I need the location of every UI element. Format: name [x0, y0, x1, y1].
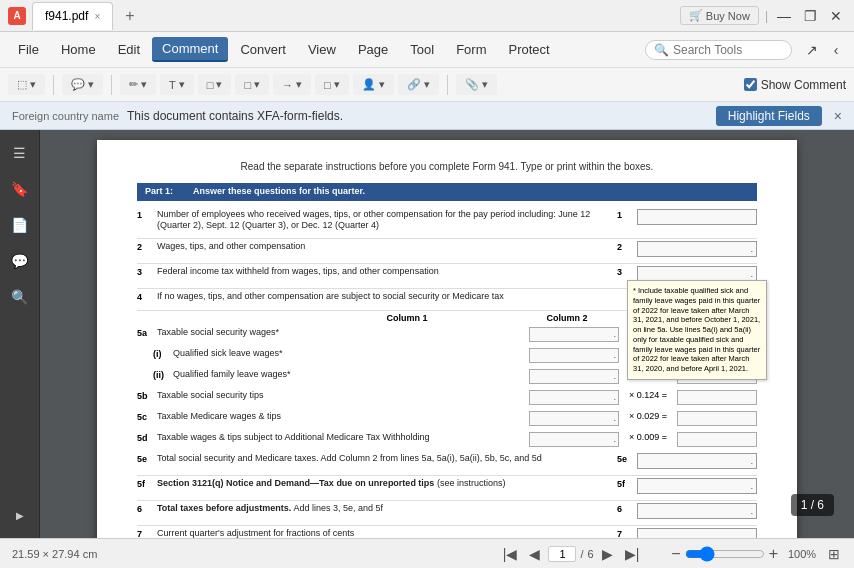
tab-label: f941.pdf: [45, 9, 88, 23]
menu-page[interactable]: Page: [348, 38, 398, 61]
row-7-input[interactable]: .: [637, 528, 757, 538]
page-nav-badge: 1 / 6: [791, 494, 834, 516]
menu-view[interactable]: View: [298, 38, 346, 61]
sidebar-page-icon[interactable]: 📄: [5, 210, 35, 240]
row-5aii-col1-input[interactable]: .: [529, 369, 619, 384]
text-icon: T: [169, 79, 176, 91]
pdf-viewer[interactable]: Read the separate instructions before yo…: [40, 130, 854, 538]
first-page-button[interactable]: |◀: [499, 544, 522, 564]
arrow-tool-button[interactable]: →▾: [273, 74, 311, 95]
highlight-tool-button[interactable]: ✏▾: [120, 74, 156, 95]
col1-header: Column 1: [357, 313, 457, 325]
user-icon: 👤: [362, 78, 376, 91]
user-tool-button[interactable]: 👤▾: [353, 74, 394, 95]
show-comment-checkbox[interactable]: [744, 78, 757, 91]
next-page-button[interactable]: ▶: [598, 544, 617, 564]
measure-tool-button[interactable]: □▾: [315, 74, 349, 95]
search-tools-input[interactable]: [673, 43, 783, 57]
fit-page-button[interactable]: ⊞: [826, 544, 842, 564]
row-2-input[interactable]: .: [637, 241, 757, 257]
stamp-icon: □: [244, 79, 251, 91]
close-tab-button[interactable]: ×: [94, 11, 100, 22]
shape-tool-button[interactable]: □▾: [198, 74, 232, 95]
sidebar-layers-icon[interactable]: ☰: [5, 138, 35, 168]
row-5b-col2-input[interactable]: [677, 390, 757, 405]
divider-1: [137, 238, 757, 239]
form-row-5b: 5b Taxable social security tips . × 0.12…: [137, 390, 757, 405]
select-tool-button[interactable]: ⬚▾: [8, 74, 45, 95]
highlight-icon: ✏: [129, 78, 138, 91]
sidebar-comment-panel-icon[interactable]: 💬: [5, 246, 35, 276]
menu-bar: File Home Edit Comment Convert View Page…: [0, 32, 854, 68]
minimize-button[interactable]: —: [774, 6, 794, 26]
zoom-slider[interactable]: [685, 546, 765, 562]
row-5d-num: 5d: [137, 433, 151, 445]
toolbar: ⬚▾ 💬▾ ✏▾ T▾ □▾ □▾ →▾ □▾ 👤▾ 🔗▾ 📎▾ Show Co…: [0, 68, 854, 102]
pdf-page: Read the separate instructions before yo…: [97, 140, 797, 538]
row-1-input[interactable]: [637, 209, 757, 225]
cart-icon: 🛒: [689, 9, 703, 22]
row-5f-input[interactable]: .: [637, 478, 757, 494]
search-icon: 🔍: [654, 43, 669, 57]
form-row-2: 2 Wages, tips, and other compensation 2 …: [137, 241, 757, 257]
show-comment-label: Show Comment: [761, 78, 846, 92]
sidebar-expand-icon[interactable]: ▶: [5, 500, 35, 530]
highlight-fields-button[interactable]: Highlight Fields: [716, 106, 822, 126]
title-bar: A f941.pdf × + 🛒 Buy Now | — ❐ ✕: [0, 0, 854, 32]
last-page-button[interactable]: ▶|: [621, 544, 644, 564]
xfa-message: This document contains XFA-form-fields.: [127, 109, 708, 123]
zoom-in-button[interactable]: +: [769, 545, 778, 563]
document-tab[interactable]: f941.pdf ×: [32, 2, 113, 30]
menu-convert[interactable]: Convert: [230, 38, 296, 61]
stamp-tool-button[interactable]: □▾: [235, 74, 269, 95]
row-5d-col2-input[interactable]: [677, 432, 757, 447]
form-row-5e: 5e Total social security and Medicare ta…: [137, 453, 757, 469]
app-icon: A: [8, 7, 26, 25]
menu-protect[interactable]: Protect: [498, 38, 559, 61]
buy-now-button[interactable]: 🛒 Buy Now: [680, 6, 759, 25]
title-bar-left: A f941.pdf × +: [8, 2, 141, 30]
sidebar-search-icon[interactable]: 🔍: [5, 282, 35, 312]
comment-tool-button[interactable]: 💬▾: [62, 74, 103, 95]
row-5d-col1-input[interactable]: .: [529, 432, 619, 447]
search-tools-container: 🔍: [645, 40, 792, 60]
row-2-num: 2: [137, 242, 151, 254]
menu-edit[interactable]: Edit: [108, 38, 150, 61]
row-5f-note: (see instructions): [437, 478, 506, 488]
zoom-out-button[interactable]: −: [671, 545, 680, 563]
row-5b-col1-input[interactable]: .: [529, 390, 619, 405]
divider-5f: [137, 500, 757, 501]
menu-tool[interactable]: Tool: [400, 38, 444, 61]
page-separator: /: [580, 548, 583, 560]
close-window-button[interactable]: ✕: [826, 6, 846, 26]
row-5f-bold: Section 3121(q) Notice and Demand—Tax du…: [157, 478, 434, 488]
new-tab-button[interactable]: +: [119, 5, 140, 27]
current-page-input[interactable]: [548, 546, 576, 562]
row-5ai-col1-input[interactable]: .: [529, 348, 619, 363]
row-6-input[interactable]: .: [637, 503, 757, 519]
share-button[interactable]: ↗: [802, 40, 822, 60]
row-5e-input[interactable]: .: [637, 453, 757, 469]
zoom-value: 100%: [782, 548, 822, 560]
row-5c-col2-input[interactable]: [677, 411, 757, 426]
toolbar-sep-3: [447, 75, 448, 95]
menu-comment[interactable]: Comment: [152, 37, 228, 62]
row-3-label: Federal income tax withheld from wages, …: [157, 266, 611, 278]
xfa-close-button[interactable]: ×: [834, 108, 842, 124]
sidebar-bookmark-icon[interactable]: 🔖: [5, 174, 35, 204]
back-button[interactable]: ‹: [826, 40, 846, 60]
text-tool-button[interactable]: T▾: [160, 74, 194, 95]
divider-5e: [137, 475, 757, 476]
arrow-icon: →: [282, 79, 293, 91]
maximize-button[interactable]: ❐: [800, 6, 820, 26]
row-5d-label: Taxable wages & tips subject to Addition…: [157, 432, 523, 444]
row-5a-col1-input[interactable]: .: [529, 327, 619, 342]
link-tool-button[interactable]: 🔗▾: [398, 74, 439, 95]
row-5c-col1-input[interactable]: .: [529, 411, 619, 426]
row-6-label: Total taxes before adjustments. Add line…: [157, 503, 611, 515]
menu-form[interactable]: Form: [446, 38, 496, 61]
menu-file[interactable]: File: [8, 38, 49, 61]
menu-home[interactable]: Home: [51, 38, 106, 61]
attach-tool-button[interactable]: 📎▾: [456, 74, 497, 95]
prev-page-button[interactable]: ◀: [525, 544, 544, 564]
